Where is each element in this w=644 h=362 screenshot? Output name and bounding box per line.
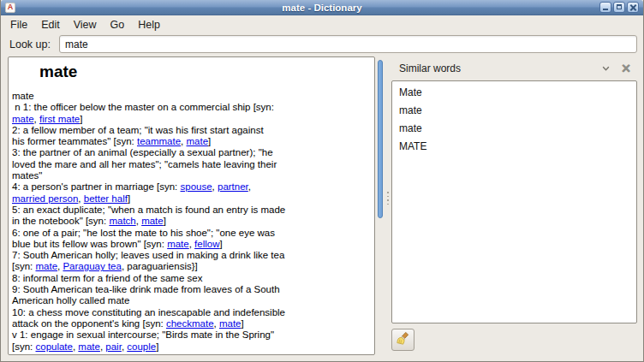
panel-close-icon[interactable]: ×	[621, 62, 630, 74]
syn-link-fellow[interactable]: fellow	[194, 239, 219, 249]
syn-link-checkmate[interactable]: checkmate	[166, 318, 214, 329]
menu-edit[interactable]: Edit	[34, 17, 67, 33]
similar-word-item[interactable]: mate	[392, 120, 636, 138]
similar-word-item[interactable]: MATE	[392, 138, 636, 156]
syn-link-mate[interactable]: mate	[219, 318, 242, 329]
definition-body: mate n 1: the officer below the master o…	[12, 91, 371, 353]
definition-text: ]	[156, 341, 158, 352]
broom-icon	[396, 331, 410, 348]
syn-link-copulate[interactable]: copulate	[35, 341, 72, 352]
splitter-grip-icon	[387, 192, 389, 205]
syn-link-mate[interactable]: mate	[141, 216, 164, 226]
similar-words-panel: Similar words × MatematemateMATE	[391, 56, 637, 361]
definition-view[interactable]: mate mate n 1: the officer below the mas…	[8, 56, 375, 355]
menu-file[interactable]: File	[3, 17, 34, 33]
clear-list-button[interactable]	[391, 329, 414, 351]
syn-link-first-mate[interactable]: first mate	[39, 114, 80, 124]
syn-link-mate[interactable]: mate	[167, 239, 189, 249]
similar-words-list: MatematemateMATE	[391, 80, 637, 323]
similar-words-header: Similar words ×	[391, 56, 637, 80]
dictionary-window: A mate - Dictionary FileEditViewGoHelp L…	[0, 0, 644, 362]
syn-link-mate[interactable]: mate	[35, 261, 57, 271]
similar-words-title: Similar words	[399, 62, 591, 74]
syn-link-mate[interactable]: mate	[78, 341, 100, 352]
similar-word-item[interactable]: mate	[392, 102, 636, 120]
definition-text: ,	[248, 181, 251, 192]
chevron-down-icon[interactable]	[601, 65, 611, 73]
lookup-label: Look up:	[9, 39, 51, 50]
titlebar[interactable]: A mate - Dictionary	[1, 0, 643, 15]
definition-headword: mate	[39, 62, 371, 82]
syn-link-mate[interactable]: mate	[12, 114, 34, 124]
lookup-input[interactable]	[59, 35, 637, 53]
pane-splitter[interactable]	[385, 56, 391, 361]
window-controls	[599, 2, 639, 13]
main-content: mate mate n 1: the officer below the mas…	[1, 55, 643, 361]
maximize-button[interactable]	[613, 2, 625, 13]
menu-bar: FileEditViewGoHelp	[1, 15, 643, 33]
syn-link-teammate[interactable]: teammate	[137, 136, 181, 146]
definition-scrollbar-thumb[interactable]	[378, 60, 383, 218]
syn-link-pair[interactable]: pair	[105, 341, 122, 352]
syn-link-partner[interactable]: partner	[218, 181, 248, 192]
similar-word-item[interactable]: Mate	[392, 84, 636, 102]
definition-text: mate n 1: the officer below the master o…	[12, 91, 274, 112]
window-title: mate - Dictionary	[1, 3, 643, 13]
definition-pane: mate mate n 1: the officer below the mas…	[8, 56, 385, 361]
syn-link-married-person[interactable]: married person	[12, 193, 78, 204]
lookup-row: Look up:	[1, 33, 643, 55]
syn-link-couple[interactable]: couple	[127, 341, 156, 352]
syn-link-match[interactable]: match	[109, 216, 135, 226]
syn-link-mate[interactable]: mate	[187, 136, 209, 146]
syn-link-spouse[interactable]: spouse	[181, 181, 212, 192]
definition-scrollbar[interactable]	[375, 56, 385, 361]
menu-view[interactable]: View	[67, 17, 104, 33]
syn-link-better-half[interactable]: better half	[84, 193, 128, 204]
minimize-button[interactable]	[599, 2, 611, 13]
menu-go[interactable]: Go	[104, 17, 132, 33]
similar-words-footer	[391, 323, 637, 361]
menu-help[interactable]: Help	[131, 17, 167, 33]
close-button[interactable]	[627, 2, 639, 13]
syn-link-paraguay-tea[interactable]: Paraguay tea	[63, 261, 121, 271]
